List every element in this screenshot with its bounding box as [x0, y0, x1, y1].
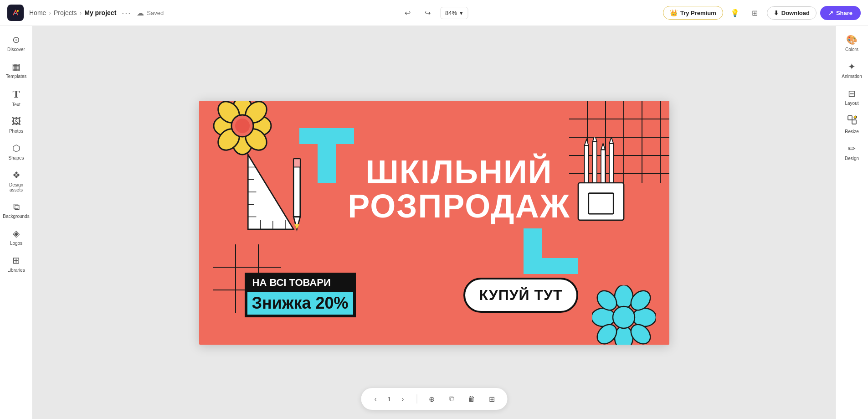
sidebar-label-photos: Photos — [9, 129, 23, 134]
canvas-area[interactable]: ШКІЛЬНИЙ РОЗПРОДАЖ НА ВСІ ТОВАРИ Знижка … — [33, 26, 835, 419]
share-label: Share — [836, 10, 853, 16]
svg-point-60 — [613, 306, 635, 328]
redo-button[interactable]: ↪ — [420, 5, 436, 21]
app-logo[interactable] — [7, 5, 24, 21]
sidebar-item-text[interactable]: T Text — [1, 84, 32, 111]
canvas-main-text: ШКІЛЬНИЙ РОЗПРОДАЖ — [340, 155, 578, 224]
libraries-icon: ⊞ — [12, 255, 20, 266]
sidebar-item-logos[interactable]: ◈ Logos — [1, 224, 32, 249]
breadcrumb-sep1: › — [49, 9, 51, 16]
sidebar-label-logos: Logos — [10, 241, 22, 246]
page-navigation: ‹ 1 › — [369, 393, 409, 405]
canvas-promo-box: НА ВСІ ТОВАРИ Знижка 20% — [245, 273, 356, 317]
svg-rect-42 — [601, 150, 605, 183]
svg-rect-44 — [609, 143, 613, 182]
undo-button[interactable]: ↩ — [400, 5, 416, 21]
design-canvas[interactable]: ШКІЛЬНИЙ РОЗПРОДАЖ НА ВСІ ТОВАРИ Знижка … — [199, 101, 669, 345]
svg-rect-40 — [592, 141, 596, 183]
left-sidebar: ⊙ Discover ▦ Templates T Text 🖼 Photos ⬡… — [0, 26, 33, 419]
topbar: Home › Projects › My project ··· ☁ Saved… — [0, 0, 868, 26]
grid-view-button[interactable]: ⊞ — [484, 392, 499, 406]
more-options-button[interactable]: ··· — [122, 8, 131, 18]
sidebar-item-discover[interactable]: ⊙ Discover — [1, 31, 32, 56]
layout-icon: ⊟ — [848, 88, 856, 99]
sidebar-item-shapes[interactable]: ⬡ Shapes — [1, 139, 32, 164]
resize-icon — [847, 115, 857, 127]
svg-point-55 — [632, 308, 656, 326]
svg-marker-39 — [584, 139, 588, 145]
cloud-icon: ☁ — [137, 9, 144, 17]
svg-rect-62 — [852, 120, 856, 124]
breadcrumb-projects[interactable]: Projects — [54, 9, 77, 16]
svg-marker-43 — [601, 143, 605, 150]
cyan-corner-shape — [524, 228, 578, 274]
sidebar-label-shapes: Shapes — [9, 155, 24, 160]
share-button[interactable]: ↗ Share — [820, 6, 861, 20]
sidebar-label-discover: Discover — [7, 47, 25, 52]
right-sidebar-label-layout: Layout — [845, 101, 858, 106]
sidebar-item-photos[interactable]: 🖼 Photos — [1, 113, 32, 137]
topbar-center-controls: ↩ ↪ 84% ▾ — [400, 5, 468, 21]
canvas-promo-line1: НА ВСІ ТОВАРИ — [252, 277, 348, 290]
sidebar-item-templates[interactable]: ▦ Templates — [1, 57, 32, 83]
add-page-button[interactable]: ⊕ — [424, 392, 439, 406]
right-sidebar-item-animation[interactable]: ✦ Animation — [837, 57, 868, 83]
prev-page-button[interactable]: ‹ — [369, 393, 382, 405]
right-sidebar-item-layout[interactable]: ⊟ Layout — [837, 84, 868, 109]
svg-point-24 — [235, 119, 250, 133]
discover-icon: ⊙ — [12, 34, 20, 45]
photos-icon: 🖼 — [12, 116, 21, 127]
templates-icon: ▦ — [12, 61, 21, 72]
duplicate-page-button[interactable]: ⧉ — [444, 392, 459, 406]
delete-page-button[interactable]: 🗑 — [464, 392, 479, 406]
zoom-level: 84% — [445, 10, 457, 16]
svg-marker-41 — [592, 137, 596, 141]
right-sidebar-item-colors[interactable]: 🎨 Colors — [837, 31, 868, 56]
sidebar-item-backgrounds[interactable]: ⧉ Backgrounds — [1, 198, 32, 222]
colors-icon: 🎨 — [846, 34, 858, 45]
breadcrumb-sep2: › — [80, 9, 82, 16]
try-premium-label: Try Premium — [680, 10, 716, 16]
canvas-headline-line2: РОЗПРОДАЖ — [340, 188, 578, 224]
svg-point-54 — [592, 308, 615, 326]
download-icon: ⬇ — [774, 10, 779, 16]
svg-rect-61 — [848, 116, 852, 120]
backgrounds-icon: ⧉ — [13, 202, 20, 212]
grid-button[interactable]: ⊞ — [747, 5, 763, 21]
share-icon: ↗ — [828, 10, 833, 16]
right-sidebar: 🎨 Colors ✦ Animation ⊟ Layout Resize ✏ D… — [835, 26, 868, 419]
text-icon: T — [12, 88, 20, 100]
sidebar-label-libraries: Libraries — [7, 268, 25, 273]
design-assets-icon: ❖ — [12, 170, 21, 181]
canvas-buy-label: КУПУЙ ТУТ — [479, 287, 562, 303]
saved-indicator: ☁ Saved — [137, 9, 164, 17]
svg-point-63 — [854, 116, 857, 119]
lightbulb-button[interactable]: 💡 — [727, 5, 743, 21]
right-sidebar-item-resize[interactable]: Resize — [837, 111, 868, 138]
zoom-control[interactable]: 84% ▾ — [440, 7, 468, 19]
logos-icon: ◈ — [13, 228, 20, 239]
try-premium-button[interactable]: 👑 Try Premium — [663, 6, 723, 20]
sidebar-label-design-assets: Design assets — [3, 182, 30, 192]
svg-rect-51 — [524, 228, 542, 274]
zoom-chevron-icon: ▾ — [460, 10, 463, 16]
svg-point-52 — [615, 285, 633, 309]
breadcrumb-home[interactable]: Home — [29, 9, 46, 16]
topbar-right-controls: 👑 Try Premium 💡 ⊞ ⬇ Download ↗ Share — [663, 5, 861, 21]
next-page-button[interactable]: › — [396, 393, 409, 405]
download-button[interactable]: ⬇ Download — [767, 6, 817, 20]
breadcrumb-current: My project — [84, 9, 116, 16]
canvas-buy-button: КУПУЙ ТУТ — [463, 278, 578, 313]
svg-rect-49 — [318, 144, 336, 183]
right-sidebar-item-design[interactable]: ✏ Design — [837, 140, 868, 165]
download-label: Download — [781, 10, 810, 16]
sidebar-item-libraries[interactable]: ⊞ Libraries — [1, 251, 32, 276]
svg-marker-45 — [609, 137, 613, 144]
right-sidebar-label-resize: Resize — [845, 129, 859, 134]
right-sidebar-label-animation: Animation — [842, 74, 862, 79]
canvas-headline-line1: ШКІЛЬНИЙ — [340, 155, 578, 188]
sidebar-item-design-assets[interactable]: ❖ Design assets — [1, 166, 32, 196]
sidebar-label-templates: Templates — [6, 74, 27, 79]
page-number: 1 — [385, 396, 393, 403]
pen-cup-illustration — [569, 137, 633, 228]
